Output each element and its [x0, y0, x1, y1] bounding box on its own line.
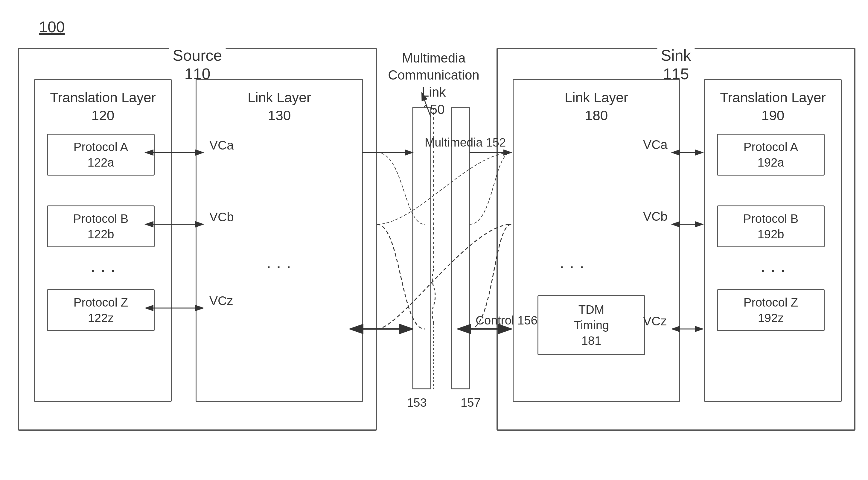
- dots-left-trans: · · ·: [90, 259, 115, 280]
- diagram: 100 Source 110 Translation Layer 120 Pro…: [0, 0, 868, 480]
- top-label: 100: [39, 18, 65, 36]
- svg-text:Multimedia 152: Multimedia 152: [425, 136, 506, 149]
- link-right-label: Link Layer 180: [565, 89, 628, 125]
- protocol-z-left: Protocol Z 122z: [47, 289, 155, 331]
- link-left-label: Link Layer 130: [248, 89, 311, 125]
- protocol-a-right: Protocol A 192a: [717, 134, 825, 175]
- sink-label: Sink 115: [657, 46, 694, 84]
- tdm-timing-box: TDM Timing 181: [537, 295, 645, 355]
- box-translation-right: Translation Layer 190 Protocol A 192a Pr…: [704, 79, 842, 402]
- protocol-z-right: Protocol Z 192z: [717, 289, 825, 331]
- protocol-b-left: Protocol B 122b: [47, 205, 155, 247]
- protocol-a-left: Protocol A 122a: [47, 134, 155, 175]
- box-sink: Sink 115 Link Layer 180 TDM Timing 181 T…: [497, 48, 856, 431]
- svg-rect-12: [452, 108, 470, 389]
- source-label: Source 110: [169, 46, 226, 84]
- dots-right-trans: · · ·: [760, 259, 785, 280]
- svg-text:153: 153: [407, 396, 427, 409]
- svg-text:157: 157: [461, 396, 480, 409]
- protocol-b-right: Protocol B 192b: [717, 205, 825, 247]
- translation-right-label: Translation Layer 190: [720, 89, 826, 125]
- box-source: Source 110 Translation Layer 120 Protoco…: [18, 48, 377, 431]
- box-link-right: Link Layer 180 TDM Timing 181: [513, 79, 680, 402]
- svg-rect-11: [413, 108, 431, 389]
- mm-link-label: Multimedia Communication Link 150: [380, 49, 488, 118]
- box-translation-left: Translation Layer 120 Protocol A 122a Pr…: [34, 79, 172, 402]
- translation-left-label: Translation Layer 120: [50, 89, 156, 125]
- box-link-left: Link Layer 130: [196, 79, 363, 402]
